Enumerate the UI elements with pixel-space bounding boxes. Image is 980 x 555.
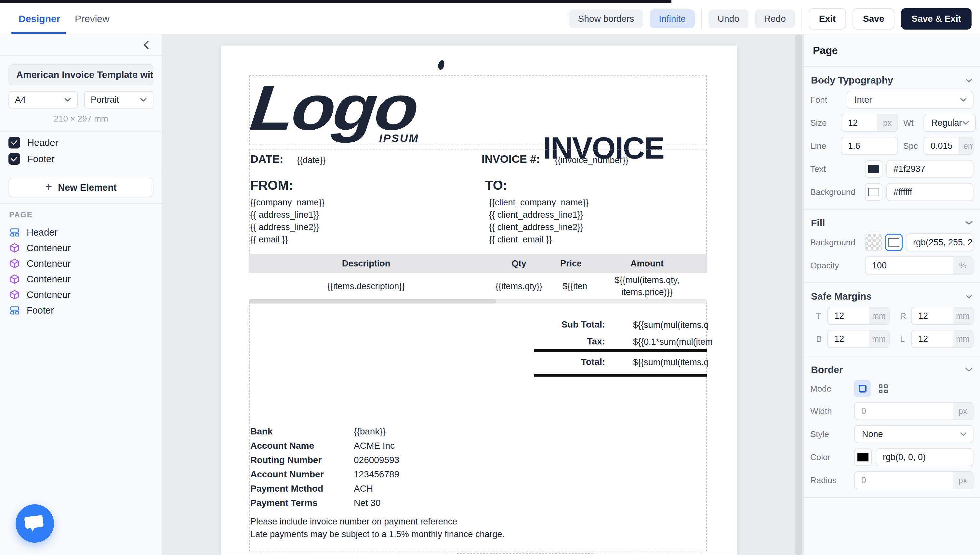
checkbox-checked-icon[interactable] bbox=[8, 153, 20, 165]
body-typography-section: Body Typography Font Inter Size 12 px Wt… bbox=[804, 67, 980, 210]
background-color-input[interactable]: #ffffff bbox=[886, 183, 974, 201]
items-table-header[interactable]: Description Qty Price Amount bbox=[249, 254, 707, 273]
layer-item-container[interactable]: Conteneur bbox=[0, 271, 162, 287]
footer-boundary-line bbox=[221, 552, 737, 552]
line-height-input[interactable]: 1.6 bbox=[841, 137, 898, 155]
margin-bottom-input[interactable]: 12 mm bbox=[827, 330, 890, 348]
background-color-swatch[interactable] bbox=[865, 183, 882, 201]
fill-color-input[interactable]: rgb(255, 255, 255) bbox=[906, 233, 974, 252]
invoice-header-element[interactable]: Logo IPSUM INVOICE bbox=[249, 75, 707, 145]
border-width-unit: px bbox=[953, 403, 973, 420]
safe-margins-header[interactable]: Safe Margins bbox=[811, 291, 973, 302]
orientation-select[interactable]: Portrait bbox=[84, 91, 153, 109]
cell-qty: {{items.qty}} bbox=[483, 281, 555, 292]
letter-spacing-input[interactable]: 0.015 em bbox=[924, 137, 974, 155]
header-toggle[interactable]: Header bbox=[8, 136, 162, 149]
collapse-sidebar-button[interactable] bbox=[140, 39, 152, 51]
template-name-input[interactable]: American Invoice Template with bbox=[8, 64, 153, 85]
column-header-price: Price bbox=[555, 259, 587, 269]
bank-row-label: Account Number bbox=[251, 469, 324, 480]
layer-label: Header bbox=[27, 227, 58, 238]
border-mode-per-side-button[interactable] bbox=[879, 384, 888, 393]
border-color-input[interactable]: rgb(0, 0, 0) bbox=[876, 448, 974, 466]
body-typography-header[interactable]: Body Typography bbox=[811, 75, 973, 86]
font-size-input[interactable]: 12 px bbox=[841, 114, 898, 132]
section-heading: Safe Margins bbox=[811, 291, 872, 302]
text-color-input[interactable]: #1f2937 bbox=[886, 160, 974, 178]
chevron-down-icon bbox=[960, 432, 967, 436]
scrollbar-thumb[interactable] bbox=[249, 299, 496, 303]
plus-icon: + bbox=[45, 181, 52, 193]
border-mode-uniform-button[interactable] bbox=[854, 380, 871, 397]
save-button[interactable]: Save bbox=[853, 8, 895, 30]
undo-button[interactable]: Undo bbox=[708, 10, 749, 28]
date-value: {{date}} bbox=[297, 155, 326, 165]
box-icon bbox=[9, 274, 20, 285]
items-table-row[interactable]: {{items.description}} {{items.qty}} ${{i… bbox=[249, 273, 707, 299]
tax-label: Tax: bbox=[509, 336, 605, 347]
transparent-swatch[interactable] bbox=[865, 234, 882, 251]
toolbar: Designer Preview Show borders Infinite U… bbox=[0, 0, 980, 34]
opacity-input[interactable]: 100 % bbox=[865, 257, 974, 274]
border-color-swatch[interactable] bbox=[854, 448, 872, 466]
margin-right-input[interactable]: 12 mm bbox=[911, 307, 974, 325]
total-value: ${{sum(mul(items.q bbox=[633, 358, 709, 367]
border-radius-input[interactable]: 0 px bbox=[854, 471, 974, 489]
margin-left-label: L bbox=[900, 334, 911, 344]
exit-button[interactable]: Exit bbox=[809, 8, 846, 30]
layer-item-container[interactable]: Conteneur bbox=[0, 240, 162, 256]
size-label: Size bbox=[810, 118, 841, 128]
font-size-unit: px bbox=[877, 114, 897, 131]
font-select[interactable]: Inter bbox=[847, 91, 974, 109]
totals-divider-line bbox=[534, 374, 707, 377]
font-weight-select[interactable]: Regular bbox=[924, 114, 976, 132]
layer-item-container[interactable]: Conteneur bbox=[0, 256, 162, 271]
border-header[interactable]: Border bbox=[811, 364, 973, 375]
text-color-swatch[interactable] bbox=[865, 160, 882, 178]
infinite-button[interactable]: Infinite bbox=[650, 10, 695, 28]
layer-item-container[interactable]: Conteneur bbox=[0, 287, 162, 303]
tab-preview[interactable]: Preview bbox=[75, 3, 109, 34]
margin-top-input[interactable]: 12 mm bbox=[827, 307, 890, 325]
margin-bottom-value: 12 bbox=[828, 330, 869, 347]
footer-element-edge bbox=[457, 553, 593, 554]
bank-row-value: Net 30 bbox=[354, 498, 381, 508]
page-size-select[interactable]: A4 bbox=[8, 91, 78, 109]
layer-item-footer[interactable]: Footer bbox=[0, 303, 162, 318]
weight-label: Wt bbox=[903, 118, 924, 128]
margin-left-value: 12 bbox=[912, 330, 953, 347]
canvas-vertical-scrollbar[interactable] bbox=[795, 34, 802, 555]
margin-top-value: 12 bbox=[828, 307, 869, 324]
total-label: Total: bbox=[509, 357, 605, 367]
save-and-exit-button[interactable]: Save & Exit bbox=[901, 8, 972, 30]
fill-color-swatch[interactable] bbox=[885, 234, 903, 251]
checkbox-checked-icon[interactable] bbox=[8, 137, 20, 149]
border-style-select[interactable]: None bbox=[854, 425, 974, 443]
section-heading: Fill bbox=[811, 217, 825, 228]
active-tab-underline bbox=[11, 32, 66, 34]
opacity-value: 100 bbox=[866, 257, 953, 274]
design-canvas[interactable]: Logo IPSUM INVOICE DATE: {{date}} INVOIC… bbox=[162, 34, 803, 555]
chat-widget-button[interactable] bbox=[16, 504, 54, 543]
chevron-down-icon bbox=[960, 98, 967, 102]
redo-button[interactable]: Redo bbox=[755, 10, 795, 28]
text-color-label: Text bbox=[810, 164, 865, 174]
document-page[interactable]: Logo IPSUM INVOICE DATE: {{date}} INVOIC… bbox=[221, 45, 737, 555]
border-width-input[interactable]: 0 px bbox=[854, 402, 974, 420]
fill-color-value: rgb(255, 255, 255) bbox=[906, 234, 974, 251]
show-borders-button[interactable]: Show borders bbox=[569, 10, 643, 28]
footer-toggle[interactable]: Footer bbox=[8, 152, 162, 165]
new-element-button[interactable]: + New Element bbox=[8, 178, 153, 197]
margin-left-input[interactable]: 12 mm bbox=[911, 330, 974, 348]
fill-header[interactable]: Fill bbox=[811, 217, 973, 228]
from-line: {{ email }} bbox=[251, 234, 288, 245]
logo-subtext: IPSUM bbox=[379, 132, 419, 144]
table-horizontal-scrollbar[interactable] bbox=[249, 299, 707, 303]
page-section-label: PAGE bbox=[9, 210, 162, 219]
layer-label: Conteneur bbox=[27, 290, 71, 300]
bank-row-label: Payment Method bbox=[251, 483, 323, 494]
bank-row-label: Payment Terms bbox=[251, 498, 317, 508]
layer-item-header[interactable]: Header bbox=[0, 225, 162, 240]
tab-designer[interactable]: Designer bbox=[19, 3, 60, 34]
line-height-value: 1.6 bbox=[842, 138, 897, 154]
